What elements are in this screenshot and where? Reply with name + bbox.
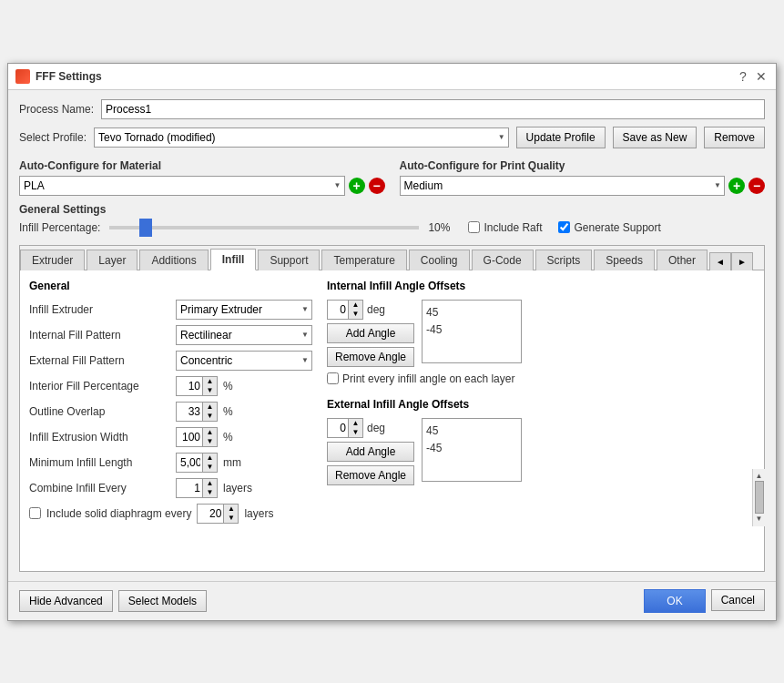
min-infill-length-spinner-btns: ▲ ▼ [202, 454, 217, 472]
help-button[interactable]: ? [736, 69, 750, 84]
remove-material-button[interactable]: − [369, 178, 385, 194]
infill-extruder-dropdown[interactable]: Primary Extruder [176, 300, 312, 320]
external-angle-input-row: ▲ ▼ deg [327, 418, 414, 438]
infill-percentage-slider[interactable] [109, 226, 419, 229]
ok-button[interactable]: OK [644, 589, 705, 613]
tab-scripts[interactable]: Scripts [535, 250, 593, 270]
outline-overlap-up[interactable]: ▲ [202, 403, 217, 412]
external-angle-label: External Infill Angle Offsets [327, 398, 755, 411]
tabs-bar: Extruder Layer Additions Infill Support … [20, 246, 764, 270]
select-profile-label: Select Profile: [19, 131, 87, 144]
quality-dropdown[interactable]: Medium [400, 176, 726, 196]
scroll-thumb[interactable] [755, 481, 764, 515]
tab-layer[interactable]: Layer [87, 250, 137, 270]
external-angle-up[interactable]: ▲ [348, 419, 362, 428]
outline-overlap-label: Outline Overlap [29, 405, 170, 418]
infill-percentage-value: 10% [428, 221, 450, 234]
tab-temperature[interactable]: Temperature [321, 250, 406, 270]
tab-content-infill: General Infill Extruder Primary Extruder [20, 270, 764, 571]
title-bar-buttons: ? ✕ [736, 69, 769, 84]
infill-left-col: General Infill Extruder Primary Extruder [29, 280, 312, 529]
infill-extruder-label: Infill Extruder [29, 303, 170, 316]
outline-overlap-unit: % [223, 405, 233, 418]
tab-scroll-back[interactable]: ◄ [709, 252, 731, 270]
include-raft-checkbox[interactable] [468, 221, 480, 233]
tab-cooling[interactable]: Cooling [409, 250, 470, 270]
external-add-angle-button[interactable]: Add Angle [327, 442, 414, 462]
min-infill-length-up[interactable]: ▲ [202, 454, 217, 463]
internal-angle-box: 45 -45 [422, 300, 522, 363]
external-angle-down[interactable]: ▼ [348, 428, 362, 437]
internal-angle-down[interactable]: ▼ [348, 310, 362, 319]
auto-quality-label: Auto-Configure for Print Quality [400, 159, 766, 172]
outline-overlap-row: Outline Overlap ▲ ▼ % [29, 402, 312, 422]
tab-infill[interactable]: Infill [210, 249, 257, 270]
bottom-bar: Hide Advanced Select Models OK Cancel [8, 581, 776, 620]
scroll-down-arrow[interactable]: ▼ [754, 514, 765, 524]
internal-angle-up[interactable]: ▲ [348, 301, 362, 310]
tab-support[interactable]: Support [258, 250, 320, 270]
combine-infill-spinner-btns: ▲ ▼ [202, 479, 217, 497]
close-button[interactable]: ✕ [754, 69, 769, 84]
solid-diaphragm-down[interactable]: ▼ [223, 514, 238, 523]
tab-speeds[interactable]: Speeds [594, 250, 655, 270]
external-angle-unit: deg [367, 422, 385, 434]
combine-infill-label: Combine Infill Every [29, 482, 170, 494]
process-name-input[interactable] [101, 99, 765, 119]
include-raft-label: Include Raft [484, 221, 542, 234]
interior-fill-pct-up[interactable]: ▲ [202, 377, 217, 386]
generate-support-checkbox[interactable] [558, 221, 570, 233]
tab-additions[interactable]: Additions [139, 250, 208, 270]
internal-add-angle-button[interactable]: Add Angle [327, 323, 414, 343]
auto-configure-quality-col: Auto-Configure for Print Quality Medium … [400, 156, 766, 196]
outline-overlap-down[interactable]: ▼ [202, 412, 217, 421]
internal-fill-pattern-dropdown[interactable]: Rectilinear [176, 325, 312, 345]
internal-remove-angle-button[interactable]: Remove Angle [327, 347, 414, 367]
tab-other[interactable]: Other [657, 250, 708, 270]
infill-extrusion-width-down[interactable]: ▼ [202, 437, 217, 446]
external-angle-spinner-btns: ▲ ▼ [348, 419, 362, 437]
cancel-button[interactable]: Cancel [711, 589, 765, 611]
select-models-button[interactable]: Select Models [118, 590, 207, 612]
add-material-button[interactable]: + [349, 178, 365, 194]
infill-extrusion-width-up[interactable]: ▲ [202, 428, 217, 437]
hide-advanced-button[interactable]: Hide Advanced [19, 590, 113, 612]
remove-quality-button[interactable]: − [748, 178, 765, 194]
process-name-row: Process Name: [19, 99, 765, 119]
external-remove-angle-button[interactable]: Remove Angle [327, 465, 414, 485]
auto-quality-row: Medium + − [400, 176, 766, 196]
tab-extruder[interactable]: Extruder [20, 250, 85, 270]
tabs-area: Extruder Layer Additions Infill Support … [19, 241, 765, 572]
infill-extruder-wrap: Primary Extruder [176, 300, 312, 320]
print-every-angle-checkbox[interactable] [327, 372, 339, 384]
combine-infill-unit: layers [223, 482, 252, 494]
auto-configure-row: Auto-Configure for Material PLA + − Auto… [19, 156, 765, 196]
update-profile-button[interactable]: Update Profile [516, 127, 606, 148]
min-infill-length-down[interactable]: ▼ [202, 463, 217, 472]
remove-button[interactable]: Remove [704, 127, 765, 148]
tab-scroll-forward[interactable]: ► [731, 252, 753, 270]
profile-dropdown[interactable]: Tevo Tornado (modified) [94, 127, 509, 148]
combine-infill-up[interactable]: ▲ [202, 479, 217, 488]
scroll-up-arrow[interactable]: ▲ [754, 471, 765, 481]
solid-diaphragm-up[interactable]: ▲ [223, 505, 238, 514]
add-quality-button[interactable]: + [728, 178, 745, 194]
infill-percentage-row: Infill Percentage: 10% Include Raft Gene… [19, 221, 765, 234]
internal-fill-pattern-label: Internal Fill Pattern [29, 329, 170, 342]
app-icon [15, 69, 30, 84]
interior-fill-pct-down[interactable]: ▼ [202, 386, 217, 395]
internal-angle-row: ▲ ▼ deg Add Angle Remove Angle [327, 300, 755, 367]
general-group-label: General [29, 280, 312, 292]
material-dropdown[interactable]: PLA [19, 176, 345, 196]
external-fill-pattern-dropdown[interactable]: Concentric [176, 351, 312, 371]
generate-support-label: Generate Support [574, 221, 660, 234]
solid-diaphragm-checkbox[interactable] [29, 507, 41, 519]
save-as-new-button[interactable]: Save as New [613, 127, 697, 148]
internal-angle-value-1: 45 [426, 304, 517, 321]
internal-angle-label: Internal Infill Angle Offsets [327, 280, 755, 292]
scrollbar[interactable]: ▲ ▼ [752, 469, 765, 526]
combine-infill-down[interactable]: ▼ [202, 488, 217, 497]
bottom-right-buttons: OK Cancel [644, 589, 765, 613]
tab-gcode[interactable]: G-Code [472, 250, 534, 270]
fff-settings-dialog: FFF Settings ? ✕ Process Name: Select Pr… [7, 63, 777, 621]
